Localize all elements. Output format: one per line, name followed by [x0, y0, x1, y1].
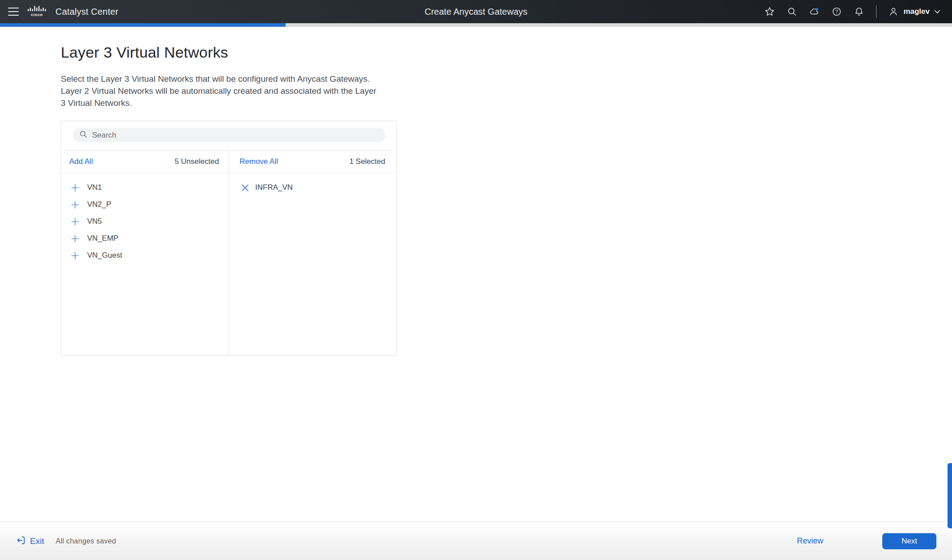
selected-column: Remove All 1 Selected: [229, 150, 396, 356]
search-box: [73, 128, 386, 142]
add-plus-icon[interactable]: [71, 184, 79, 192]
wizard-progress-bar: [0, 23, 952, 27]
svg-text:cisco: cisco: [31, 12, 43, 17]
footer-right: Review Next: [797, 522, 936, 560]
vn-list-item[interactable]: INFRA_VN: [229, 179, 396, 196]
page-title: Layer 3 Virtual Networks: [61, 44, 228, 61]
help-icon[interactable]: ?: [831, 6, 842, 17]
favorites-star-icon[interactable]: [764, 6, 775, 17]
selected-count: 1 Selected: [350, 157, 385, 166]
unselected-column-header: Add All 5 Unselected: [61, 150, 229, 173]
notifications-bell-icon[interactable]: [854, 6, 864, 17]
top-bar: cisco Catalyst Center Create Anycast Gat…: [0, 0, 952, 23]
review-button[interactable]: Review: [797, 536, 823, 546]
vn-name: VN5: [87, 217, 102, 226]
wizard-progress-fill: [0, 23, 286, 27]
wizard-footer: Exit All changes saved Review Next: [0, 522, 952, 560]
header-divider: [876, 5, 876, 18]
brand-title: Catalyst Center: [55, 7, 118, 17]
vn-list-item[interactable]: VN2_P: [61, 196, 229, 213]
unselected-vn-list: VN1 VN2_P: [61, 173, 229, 264]
chevron-down-icon: [934, 8, 940, 16]
vn-transfer-card: Add All 5 Unselected: [61, 121, 397, 356]
description-line: Select the Layer 3 Virtual Networks that…: [61, 73, 376, 85]
top-bar-left: cisco Catalyst Center: [0, 4, 118, 19]
remove-all-button[interactable]: Remove All: [240, 157, 278, 166]
vn-list-item[interactable]: VN1: [61, 179, 229, 196]
unselected-count: 5 Unselected: [175, 157, 219, 166]
save-status-text: All changes saved: [56, 537, 116, 545]
menu-icon[interactable]: [8, 8, 19, 16]
selected-column-header: Remove All 1 Selected: [229, 150, 396, 173]
add-all-button[interactable]: Add All: [69, 157, 93, 166]
vn-list-item[interactable]: VN_Guest: [61, 247, 229, 264]
exit-label: Exit: [30, 536, 44, 546]
vn-name: VN2_P: [87, 200, 111, 209]
search-input[interactable]: [92, 131, 379, 140]
page-description: Select the Layer 3 Virtual Networks that…: [61, 73, 376, 109]
vn-name: VN_EMP: [87, 234, 118, 243]
user-menu[interactable]: maglev: [888, 6, 940, 17]
description-line: 3 Virtual Networks.: [61, 97, 376, 109]
svg-text:?: ?: [835, 9, 838, 14]
vn-name: INFRA_VN: [255, 183, 293, 192]
add-plus-icon[interactable]: [71, 251, 79, 259]
remove-x-icon[interactable]: [241, 184, 249, 192]
exit-door-icon: [16, 535, 26, 547]
description-line: Layer 2 Virtual Networks will be automat…: [61, 85, 376, 97]
top-bar-actions: ? maglev: [764, 5, 940, 18]
username: maglev: [903, 7, 930, 16]
unselected-column: Add All 5 Unselected: [61, 150, 229, 356]
app-window: cisco Catalyst Center Create Anycast Gat…: [0, 0, 952, 560]
vn-list-item[interactable]: VN5: [61, 213, 229, 230]
search-icon[interactable]: [787, 6, 797, 17]
add-plus-icon[interactable]: [71, 217, 79, 226]
footer-left: Exit All changes saved: [16, 522, 116, 560]
vn-name: VN_Guest: [87, 251, 122, 260]
vn-name: VN1: [87, 183, 102, 192]
cisco-logo-icon: cisco: [27, 4, 47, 19]
add-plus-icon[interactable]: [71, 201, 79, 209]
transfer-columns: Add All 5 Unselected: [61, 150, 396, 356]
add-plus-icon[interactable]: [71, 234, 79, 242]
next-button[interactable]: Next: [882, 533, 936, 549]
exit-button[interactable]: Exit: [16, 535, 44, 547]
vn-list-item[interactable]: VN_EMP: [61, 230, 229, 247]
cloud-status-icon[interactable]: [809, 6, 820, 17]
scrollbar-thumb[interactable]: [948, 463, 952, 528]
user-icon: [888, 6, 899, 17]
search-magnifier-icon: [79, 130, 88, 140]
selected-vn-list: INFRA_VN: [229, 173, 396, 196]
